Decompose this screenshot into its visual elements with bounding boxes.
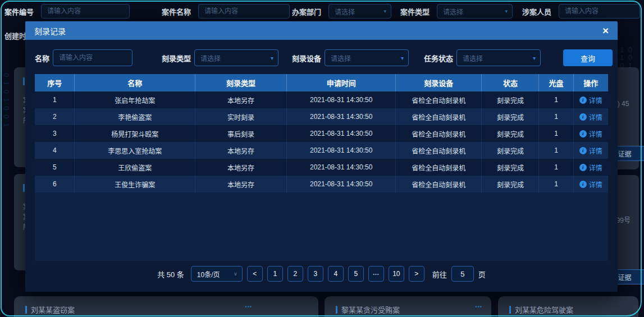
column-header-1: 名称 [75, 74, 195, 91]
detail-link[interactable]: i详情 [579, 163, 602, 172]
burn-records-modal: 刻录记录 × 名称刻录类型请选择▾刻录设备请选择▾任务状态请选择▾查询 序号名称… [25, 21, 618, 292]
cell-no: 5 [35, 159, 75, 176]
modal-filter-group-record-name: 名称 [35, 49, 133, 66]
chevron-down-icon: ∨ [234, 271, 237, 277]
bottom-case-card: 黎某某贪污受贿案 ••• [325, 296, 491, 317]
goto-page-label: 前往 [432, 269, 447, 279]
cell-disc: 1 [539, 125, 573, 142]
select-placeholder: 请选择 [331, 53, 351, 63]
filter-group-involved-person: 涉案人员 [522, 4, 640, 19]
cell-name: 王欣偷盗案 [75, 159, 195, 176]
detail-link[interactable]: i详情 [579, 112, 602, 122]
column-header-6: 光盘 [539, 74, 573, 91]
cell-operation: i详情 [574, 125, 608, 142]
bottom-case-card-title: 刘某某盗窃案 [31, 304, 75, 315]
page-more-button[interactable]: ••• [368, 266, 384, 282]
cell-no: 2 [35, 108, 75, 125]
cell-disc: 1 [539, 108, 573, 125]
table-header-row: 序号名称刻录类型申请时间刻录设备状态光盘操作 [35, 74, 608, 91]
accent-bar [23, 184, 25, 192]
cell-operation: i详情 [574, 176, 608, 192]
page-button-10[interactable]: 10 [389, 266, 404, 282]
goto-page-input[interactable] [451, 266, 474, 282]
cell-disc: 1 [539, 159, 573, 176]
detail-link-label: 详情 [589, 95, 602, 105]
burn-device-select[interactable]: 请选择▾ [325, 49, 409, 66]
cell-name: 李思思入室抢劫案 [75, 142, 195, 159]
cell-type: 本地另存 [195, 142, 287, 159]
cell-no: 3 [35, 125, 75, 142]
bottom-case-card-title: 刘某某危险驾驶案 [515, 304, 573, 315]
select-placeholder: 请选择 [463, 53, 483, 63]
filter-label-involved-person: 涉案人员 [522, 6, 554, 17]
chevron-down-icon: ▾ [533, 55, 536, 61]
column-header-4: 刻录设备 [396, 74, 482, 91]
detail-link[interactable]: i详情 [579, 180, 602, 189]
case-number-input[interactable] [41, 4, 130, 19]
cell-device: 省检全自动刻录机 [396, 142, 482, 159]
table-row: 5王欣偷盗案本地另存2021-08-31 14:30:50省检全自动刻录机刻录完… [35, 159, 608, 176]
cell-status: 刻录完成 [482, 91, 539, 108]
involved-person-input[interactable] [559, 4, 640, 19]
page-button-3[interactable]: 3 [308, 266, 323, 282]
page-size-select[interactable]: 10条/页∨ [191, 266, 243, 282]
page-button-5[interactable]: 5 [348, 266, 364, 282]
modal-filter-group-task-status: 任务状态请选择▾ [424, 49, 541, 66]
case-type-select[interactable]: 请选择▾ [437, 4, 513, 19]
info-icon: i [579, 97, 587, 104]
more-options-icon[interactable]: ••• [245, 304, 252, 310]
prev-page-button[interactable]: < [247, 266, 263, 282]
more-options-icon[interactable]: ••• [476, 304, 482, 310]
table-row: 4李思思入室抢劫案本地另存2021-08-31 14:30:50省检全自动刻录机… [35, 142, 608, 159]
next-page-button[interactable]: > [409, 266, 424, 282]
background-binary-decor: 0 1 0 1 0 0 1 [2, 73, 11, 219]
accent-bar [25, 306, 27, 314]
modal-filter-row: 名称刻录类型请选择▾刻录设备请选择▾任务状态请选择▾查询 [25, 40, 618, 76]
cell-status: 刻录完成 [482, 142, 539, 159]
page-button-4[interactable]: 4 [328, 266, 344, 282]
table-row: 1张启年抢劫案本地另存2021-08-31 14:30:50省检全自动刻录机刻录… [35, 91, 608, 108]
detail-link-label: 详情 [589, 112, 602, 122]
handling-department-select[interactable]: 请选择▾ [328, 4, 391, 19]
column-header-3: 申请时间 [287, 74, 396, 91]
detail-link[interactable]: i详情 [579, 129, 602, 139]
cell-time: 2021-08-31 14:30:50 [287, 159, 396, 176]
modal-title: 刻录记录 [34, 25, 66, 36]
pagination: 共 50 条10条/页∨<12345•••10>前往页 [25, 265, 618, 282]
cell-status: 刻录完成 [482, 108, 539, 125]
page-button-1[interactable]: 1 [267, 266, 283, 282]
cell-device: 省检全自动刻录机 [396, 108, 482, 125]
filter-group-case-number: 案件编号 [4, 4, 130, 19]
cell-status: 刻录完成 [482, 159, 539, 176]
detail-link[interactable]: i详情 [579, 146, 602, 155]
case-name-text-input[interactable] [204, 7, 284, 15]
select-placeholder: 请选择 [200, 53, 221, 63]
cell-type: 本地另存 [195, 176, 287, 192]
modal-filter-label-task-status: 任务状态 [424, 53, 453, 63]
detail-link[interactable]: i详情 [579, 95, 602, 105]
record-name-text-input[interactable] [59, 54, 126, 62]
involved-person-text-input[interactable] [565, 7, 634, 15]
search-button[interactable]: 查询 [563, 49, 613, 66]
cell-type: 本地另存 [195, 91, 287, 108]
burn-records-table: 序号名称刻录类型申请时间刻录设备状态光盘操作 1张启年抢劫案本地另存2021-0… [35, 74, 608, 261]
chevron-down-icon: ▾ [383, 8, 386, 14]
task-status-select[interactable]: 请选择▾ [456, 49, 541, 66]
info-icon: i [579, 181, 587, 188]
page-size-label: 10条/页 [197, 269, 220, 279]
cell-operation: i详情 [574, 108, 608, 125]
cell-type: 实时刻录 [195, 108, 287, 125]
page-button-2[interactable]: 2 [287, 266, 303, 282]
table-row: 2李艳偷盗案实时刻录2021-08-31 14:30:50省检全自动刻录机刻录完… [35, 108, 608, 125]
close-icon[interactable]: × [602, 25, 609, 36]
case-name-input[interactable] [198, 4, 290, 19]
column-header-2: 刻录类型 [195, 74, 287, 91]
chevron-down-icon: ▾ [401, 55, 404, 61]
cell-no: 6 [35, 176, 75, 192]
burn-type-select[interactable]: 请选择▾ [194, 49, 278, 66]
case-number-text-input[interactable] [47, 7, 124, 15]
cell-name: 王俊生诈骗案 [75, 176, 195, 192]
accent-bar [23, 77, 25, 85]
info-icon: i [579, 147, 587, 154]
record-name-input[interactable] [53, 49, 133, 66]
